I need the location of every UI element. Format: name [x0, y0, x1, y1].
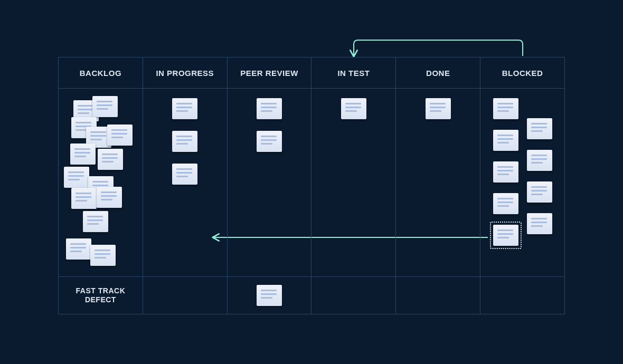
column-done[interactable] [396, 89, 480, 276]
column-header-label: BACKLOG [80, 69, 121, 78]
fast-track-in-test[interactable] [311, 277, 396, 314]
column-header-peer-review: PEER REVIEW [228, 58, 312, 88]
fast-track-done[interactable] [396, 277, 480, 314]
swimlane-default [59, 88, 564, 276]
column-header-label: IN PROGRESS [156, 69, 214, 78]
column-header-row: BACKLOG IN PROGRESS PEER REVIEW IN TEST … [59, 58, 564, 88]
fast-track-in-progress[interactable] [143, 277, 228, 314]
column-header-in-progress: IN PROGRESS [143, 58, 228, 88]
task-card[interactable] [172, 98, 197, 119]
task-card[interactable] [493, 161, 518, 183]
task-card[interactable] [97, 187, 122, 208]
swimlane-fast-track: FAST TRACKDEFECT [59, 276, 564, 314]
column-in-progress[interactable] [143, 89, 228, 276]
task-card[interactable] [527, 181, 552, 203]
column-backlog[interactable] [59, 89, 143, 276]
task-card[interactable] [92, 96, 118, 117]
column-header-label: PEER REVIEW [240, 69, 298, 78]
column-header-label: IN TEST [337, 69, 370, 78]
task-card[interactable] [83, 211, 108, 232]
fast-track-label: FAST TRACKDEFECT [76, 286, 126, 305]
task-card[interactable] [426, 98, 451, 119]
task-card[interactable] [172, 164, 197, 185]
fast-track-peer-review[interactable] [228, 277, 312, 314]
task-card[interactable] [493, 225, 518, 246]
fast-track-blocked[interactable] [480, 277, 564, 314]
column-header-backlog: BACKLOG [59, 58, 143, 88]
task-card[interactable] [64, 167, 89, 188]
column-header-label: DONE [426, 69, 450, 78]
task-card[interactable] [66, 238, 91, 260]
task-card[interactable] [527, 150, 552, 171]
task-card[interactable] [493, 193, 518, 214]
task-card[interactable] [527, 118, 552, 139]
column-header-in-test: IN TEST [311, 58, 396, 88]
task-card[interactable] [527, 213, 552, 234]
column-header-done: DONE [396, 58, 480, 88]
column-peer-review[interactable] [228, 89, 312, 276]
column-header-label: BLOCKED [502, 69, 543, 78]
task-card[interactable] [90, 245, 116, 266]
task-card[interactable] [70, 143, 96, 165]
fast-track-label-cell: FAST TRACKDEFECT [59, 277, 143, 314]
task-card[interactable] [98, 149, 123, 170]
column-in-test[interactable] [311, 89, 396, 276]
task-card[interactable] [257, 285, 282, 306]
column-blocked[interactable] [480, 89, 564, 276]
column-header-blocked: BLOCKED [480, 58, 564, 88]
flow-arrow-blocked-to-in-test [354, 40, 523, 56]
task-card[interactable] [493, 98, 518, 119]
task-card[interactable] [172, 131, 197, 152]
task-card[interactable] [341, 98, 366, 119]
kanban-board: BACKLOG IN PROGRESS PEER REVIEW IN TEST … [58, 57, 565, 314]
task-card[interactable] [107, 124, 133, 146]
task-card[interactable] [257, 131, 282, 152]
task-card[interactable] [493, 130, 518, 151]
task-card[interactable] [257, 98, 282, 119]
task-card[interactable] [71, 188, 97, 209]
